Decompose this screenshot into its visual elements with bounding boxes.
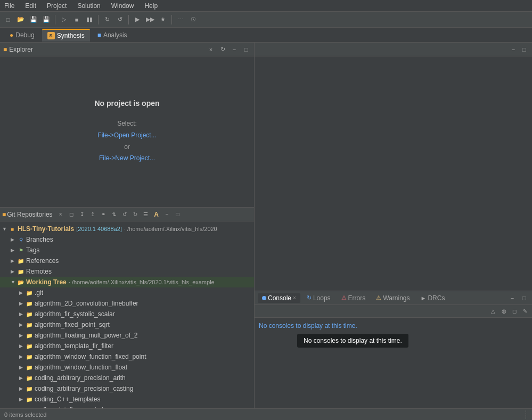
git-btn9[interactable]: A	[152, 210, 161, 219]
tree-item-3[interactable]: ▶ 📁 algorithm_fixed_point_sqrt	[0, 319, 254, 330]
console-maximize-btn[interactable]: □	[519, 293, 529, 303]
git-btn8[interactable]: ☰	[141, 210, 151, 219]
console-toolbar-btn1[interactable]: △	[488, 307, 498, 316]
git-btn7[interactable]: ↻	[130, 210, 140, 219]
git-maximize-btn[interactable]: □	[173, 210, 183, 219]
explorer-content: No project is open Select: File->Open Pr…	[0, 56, 254, 207]
git-remotes-item[interactable]: ▶ 📁 Remotes	[0, 266, 254, 277]
git-btn6[interactable]: ↺	[120, 210, 129, 219]
toolbar-btn10[interactable]: ☉	[187, 14, 199, 26]
git-repo-item[interactable]: ▼ ■ HLS-Tiny-Tutorials [2020.1 40688a2] …	[0, 224, 254, 234]
console-tab-close-btn[interactable]: ×	[293, 295, 296, 301]
menu-solution[interactable]: Solution	[75, 2, 102, 10]
console-tooltip: No consoles to display at this time.	[297, 334, 408, 348]
tree-item-8[interactable]: ▶ 📁 coding_arbitrary_precision_arith	[0, 373, 254, 383]
item5-icon: 📁	[26, 342, 33, 350]
menu-window[interactable]: Window	[109, 2, 136, 10]
item2-label: algorithm_fir_systolic_scalar	[35, 310, 115, 318]
editor-area: − □	[255, 43, 532, 291]
menu-help[interactable]: Help	[142, 2, 160, 10]
tree-item-1[interactable]: ▶ 📁 algorithm_2D_convolution_linebuffer	[0, 298, 254, 309]
right-panel: − □ Console × ↻ Loops ⚠ Errors	[255, 43, 532, 408]
toolbar-btn1[interactable]: ▷	[58, 14, 70, 26]
menu-file[interactable]: File	[2, 2, 17, 10]
console-tab-warnings[interactable]: ⚠ Warnings	[372, 293, 414, 303]
errors-icon: ⚠	[341, 294, 347, 301]
toolbar-save-btn[interactable]: 💾	[28, 14, 39, 26]
tab-debug[interactable]: ● Debug	[4, 29, 40, 41]
console-toolbar-btn2[interactable]: ◍	[499, 307, 509, 316]
tab-analysis[interactable]: ■ Analysis	[92, 29, 133, 41]
explorer-refresh-btn[interactable]: ↻	[218, 45, 227, 54]
item3-icon: 📁	[26, 321, 33, 328]
editor-minimize-btn[interactable]: −	[509, 45, 518, 54]
console-tab-console[interactable]: Console ×	[258, 293, 300, 303]
menu-project[interactable]: Project	[45, 2, 69, 10]
toolbar-btn9[interactable]: ⋯	[175, 14, 186, 26]
tree-item-6[interactable]: ▶ 📁 algorithm_window_function_fixed_poin…	[0, 351, 254, 362]
git-btn1[interactable]: ◻	[67, 210, 76, 219]
toolbar-btn2[interactable]: ■	[71, 14, 83, 26]
git-references-item[interactable]: ▶ 📁 References	[0, 256, 254, 266]
item11-arrow-icon: ▶	[19, 407, 26, 408]
git-btn5[interactable]: ⇅	[109, 210, 119, 219]
git-btn3[interactable]: ↥	[88, 210, 97, 219]
toolbar-btn8[interactable]: ★	[157, 14, 169, 26]
repo-name: HLS-Tiny-Tutorials	[18, 225, 74, 233]
toolbar-new-btn[interactable]: □	[2, 14, 14, 26]
git-btn4[interactable]: ⚭	[99, 210, 108, 219]
explorer-close-btn[interactable]: ×	[206, 45, 216, 54]
toolbar-btn3[interactable]: ▮▮	[84, 14, 95, 26]
git-btn-close[interactable]: ×	[56, 210, 66, 219]
toolbar-saveall-btn[interactable]: 💾	[40, 14, 52, 26]
repo-arrow-icon: ▼	[2, 226, 9, 232]
explorer-maximize-btn[interactable]: □	[241, 45, 251, 54]
explorer-minimize-btn[interactable]: −	[230, 45, 239, 54]
tree-item-2[interactable]: ▶ 📁 algorithm_fir_systolic_scalar	[0, 309, 254, 319]
tags-label: Tags	[26, 246, 39, 254]
tree-item-9[interactable]: ▶ 📁 coding_arbitrary_precision_casting	[0, 383, 254, 394]
item11-icon: 📁	[26, 406, 33, 408]
console-tab-label: Console	[268, 294, 291, 302]
new-project-link[interactable]: File->New Project...	[99, 154, 155, 162]
statusbar-text: 0 items selected	[4, 411, 46, 418]
tree-item-11[interactable]: ▶ 📁 coding_dataflow_rewind	[0, 405, 254, 408]
toolbar-open-btn[interactable]: 📂	[15, 14, 27, 26]
console-toolbar-btn4[interactable]: ✎	[520, 307, 530, 316]
item8-icon: 📁	[26, 374, 33, 382]
references-arrow-icon: ▶	[11, 258, 17, 263]
console-tab-drcs[interactable]: ► DRCs	[416, 293, 449, 303]
open-project-link[interactable]: File->Open Project...	[97, 131, 156, 139]
git-btn2[interactable]: ↧	[77, 210, 87, 219]
explorer-header: ■ Explorer × ↻ − □	[0, 43, 254, 56]
toolbar-sep3	[128, 15, 129, 24]
toolbar-btn4[interactable]: ↻	[101, 14, 113, 26]
menu-edit[interactable]: Edit	[23, 2, 38, 10]
git-dot-git-item[interactable]: ▶ 📁 .git	[0, 287, 254, 298]
tree-item-4[interactable]: ▶ 📁 algorithm_floating_mult_power_of_2	[0, 330, 254, 341]
dot-git-label: .git	[35, 289, 43, 297]
toolbar-btn5[interactable]: ↺	[114, 14, 126, 26]
tab-synthesis[interactable]: S Synthesis	[42, 29, 90, 42]
item9-label: coding_arbitrary_precision_casting	[35, 385, 133, 392]
item4-label: algorithm_floating_mult_power_of_2	[35, 332, 137, 339]
statusbar: 0 items selected	[0, 408, 532, 420]
console-toolbar-btn3[interactable]: ◻	[510, 307, 519, 316]
editor-maximize-btn[interactable]: □	[519, 45, 529, 54]
tree-item-7[interactable]: ▶ 📁 algorithm_window_function_float	[0, 362, 254, 373]
tree-item-10[interactable]: ▶ 📁 coding_C++_templates	[0, 394, 254, 405]
console-tab-loops[interactable]: ↻ Loops	[302, 293, 335, 303]
git-tags-item[interactable]: ▶ ⚑ Tags	[0, 245, 254, 256]
git-working-tree-item[interactable]: ▼ 📂 Working Tree · /home/aoifem/.Xilinx/…	[0, 277, 254, 287]
toolbar-sep1	[55, 15, 55, 24]
git-branches-item[interactable]: ▶ ⚲ Branches	[0, 234, 254, 245]
toolbar-btn7[interactable]: ▶▶	[144, 14, 156, 26]
explorer-panel: ■ Explorer × ↻ − □ No project is open Se…	[0, 43, 254, 208]
console-tab-errors[interactable]: ⚠ Errors	[337, 293, 370, 303]
git-minimize-btn[interactable]: −	[162, 210, 172, 219]
menubar: File Edit Project Solution Window Help	[0, 0, 532, 12]
console-minimize-btn[interactable]: −	[508, 293, 517, 303]
tree-item-5[interactable]: ▶ 📁 algorithm_template_fir_filter	[0, 341, 254, 351]
toolbar-btn6[interactable]: ▶	[132, 14, 143, 26]
no-project-instructions: Select: File->Open Project... or File->N…	[97, 118, 156, 164]
